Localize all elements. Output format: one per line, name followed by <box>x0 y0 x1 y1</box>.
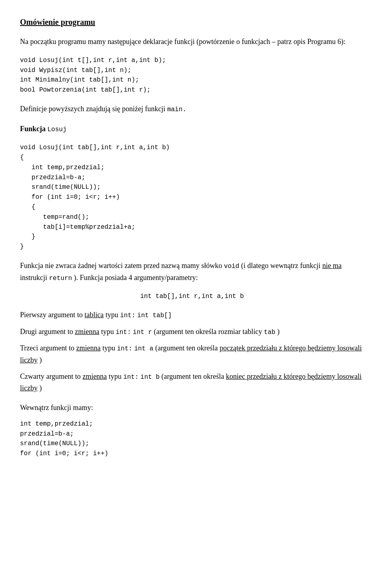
arg4-end: ) <box>39 384 42 392</box>
wewnatrz-heading: Wewnątrz funkcji mamy: <box>20 402 364 414</box>
intro-paragraph: Na początku programu mamy następujące de… <box>20 36 364 48</box>
arg4-underline: zmienna <box>82 372 107 380</box>
arg3-suffix: (argument ten określa <box>155 344 218 352</box>
definicje-paragraph: Definicje powyższych znajdują się poniże… <box>20 103 364 115</box>
closing-paren: ). <box>74 274 78 282</box>
void-desc-prefix: Funkcja nie zwraca żadnej wartości zatem… <box>20 262 222 270</box>
arg1-paragraph: Pierwszy argument to tablica typu int: i… <box>20 309 364 321</box>
funkcja-heading-word: Funkcja <box>20 125 46 133</box>
arg2-paragraph: Drugi argument to zmienna typu int: int … <box>20 326 364 338</box>
intro-text: Na początku programu mamy następujące de… <box>20 38 346 46</box>
arguments-section: Pierwszy argument to tablica typu int: i… <box>20 309 364 394</box>
arg4-paragraph: Czwarty argument to zmienna typu int: in… <box>20 371 364 394</box>
page-container: Omówienie programu Na początku programu … <box>20 16 364 459</box>
intro-section: Na początku programu mamy następujące de… <box>20 36 364 48</box>
arg1-underline: tablica <box>84 311 104 319</box>
arg4-prefix: Czwarty argument to <box>20 372 81 380</box>
wewnatrz-code: int temp,przedzial; przedzial=b-a; srand… <box>20 419 364 459</box>
page-title: Omówienie programu <box>20 16 364 28</box>
arg3-middle: typu <box>102 344 115 352</box>
arg2-tab: tab <box>264 329 276 336</box>
losuj-code-section: void Losuj(int tab[],int r,int a,int b) … <box>20 143 364 252</box>
arg4-code2: int b <box>140 374 160 381</box>
posiada-text: Funkcja posiada 4 argumenty/parametry: <box>80 274 198 282</box>
arg2-code1: int: <box>116 329 131 336</box>
title-section: Omówienie programu <box>20 16 364 28</box>
arg1-code1: int: <box>120 312 135 319</box>
void-description: Funkcja nie zwraca żadnej wartości zatem… <box>20 260 364 284</box>
declarations-code: void Losuj(int t[],int r,int a,int b); v… <box>20 56 364 95</box>
nie-ma-underline: nie ma <box>322 262 342 270</box>
arg4-middle: typu <box>109 372 122 380</box>
params-centered: int tab[],int r,int a,int b <box>20 292 364 301</box>
arg1-underline-text: tablica <box>84 311 104 319</box>
arg4-code1: int: <box>123 374 138 381</box>
definicje-text: Definicje powyższych znajdują się poniże… <box>20 105 165 113</box>
declarations-section: void Losuj(int t[],int r,int a,int b); v… <box>20 56 364 95</box>
arg3-code1: int: <box>117 345 132 352</box>
arg2-prefix: Drugi argument to <box>20 328 73 336</box>
arg4-underline-text: zmienna <box>82 372 107 380</box>
main-code: main. <box>167 106 186 113</box>
definicje-section: Definicje powyższych znajdują się poniże… <box>20 103 364 115</box>
return-code: return <box>49 275 72 282</box>
params-code: int tab[],int r,int a,int b <box>140 293 244 300</box>
void-description-section: Funkcja nie zwraca żadnej wartości zatem… <box>20 260 364 284</box>
wewnatrz-text: Wewnątrz funkcji mamy: <box>20 404 93 412</box>
funkcja-heading-section: Funkcja Losuj <box>20 123 364 135</box>
params-centered-section: int tab[],int r,int a,int b <box>20 292 364 301</box>
arg3-underline: zmienna <box>76 344 100 352</box>
void-code: void <box>224 263 239 270</box>
funkcja-heading-code: Losuj <box>48 126 67 133</box>
arg1-prefix: Pierwszy argument to <box>20 311 83 319</box>
arg4-suffix: (argument ten określa <box>162 372 224 380</box>
wewnatrz-section: Wewnątrz funkcji mamy: int temp,przedzia… <box>20 402 364 459</box>
arg1-middle: typu <box>106 311 118 319</box>
instrukcji-text: instrukcji <box>20 274 47 282</box>
arg3-code2: int a <box>134 345 153 352</box>
arg2-end: ) <box>277 328 280 336</box>
arg2-middle: typu <box>101 328 114 336</box>
arg1-code2: int tab[] <box>137 312 172 319</box>
arg2-underline-text: zmienna <box>75 328 99 336</box>
arg3-end: ) <box>39 356 42 364</box>
arg2-suffix: (argument ten określa rozmiar tablicy <box>154 328 262 336</box>
nie-ma-text: nie ma <box>322 262 342 270</box>
arg2-code2: int r <box>133 329 152 336</box>
arg3-prefix: Trzeci argument to <box>20 344 74 352</box>
arg3-paragraph: Trzeci argument to zmienna typu int: int… <box>20 342 364 366</box>
losuj-code: void Losuj(int tab[],int r,int a,int b) … <box>20 143 364 252</box>
void-desc-suffix: (i dlatego wewnątrz funkcji <box>241 262 320 270</box>
funkcja-heading: Funkcja Losuj <box>20 123 364 135</box>
arg2-underline: zmienna <box>75 328 99 336</box>
arg3-underline-text: zmienna <box>76 344 100 352</box>
